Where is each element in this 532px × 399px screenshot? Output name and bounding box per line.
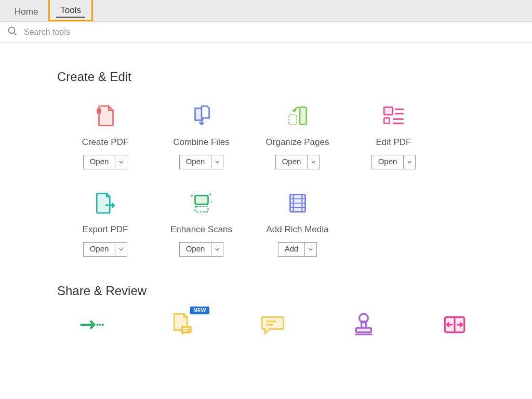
svg-point-20 (99, 324, 101, 326)
tool-add-rich-media[interactable]: Add Rich Media Add (249, 185, 345, 257)
section-create-edit: Create & Edit (57, 70, 511, 84)
svg-rect-29 (356, 328, 371, 332)
search-bar (0, 22, 532, 43)
tool-label: Organize Pages (249, 137, 345, 148)
svg-rect-4 (289, 115, 297, 125)
chevron-down-icon[interactable] (211, 243, 223, 256)
chevron-down-icon[interactable] (115, 243, 127, 256)
search-icon (7, 26, 18, 38)
tab-home[interactable]: Home (4, 2, 48, 21)
open-button[interactable]: Open (179, 242, 224, 257)
tab-bar: Home Tools (0, 0, 532, 22)
open-button[interactable]: Open (179, 155, 224, 169)
tab-tools[interactable]: Tools (48, 0, 93, 21)
section-share-review: Share & Review (57, 284, 511, 298)
add-button[interactable]: Add (278, 242, 317, 257)
open-button[interactable]: Open (371, 155, 416, 169)
create-pdf-icon (57, 98, 153, 134)
tool-label: Enhance Scans (153, 224, 249, 235)
tool-export-pdf[interactable]: Export PDF Open (57, 185, 153, 257)
svg-rect-22 (181, 326, 192, 334)
svg-point-0 (9, 27, 15, 33)
chevron-down-icon[interactable] (308, 155, 319, 169)
tool-create-pdf[interactable]: Create PDF Open (57, 98, 153, 169)
edit-pdf-icon (345, 98, 442, 134)
export-pdf-icon (57, 185, 153, 221)
review-icon[interactable]: NEW (169, 312, 210, 340)
enhance-scans-icon (153, 185, 249, 221)
tool-label: Create PDF (57, 137, 153, 148)
search-input[interactable] (24, 28, 532, 37)
compare-icon[interactable] (442, 312, 483, 340)
chevron-down-icon[interactable] (211, 155, 223, 169)
combine-files-icon (153, 98, 249, 134)
svg-rect-5 (384, 107, 393, 115)
svg-rect-11 (195, 195, 208, 204)
tool-enhance-scans[interactable]: Enhance Scans Open (153, 185, 249, 257)
open-button[interactable]: Open (83, 155, 128, 169)
chevron-down-icon[interactable] (404, 155, 415, 169)
tool-label: Edit PDF (345, 137, 442, 148)
svg-rect-12 (195, 206, 208, 211)
open-button[interactable]: Open (83, 242, 128, 257)
organize-pages-icon (249, 98, 345, 134)
tool-label: Combine Files (153, 137, 249, 148)
svg-point-21 (102, 324, 104, 326)
tool-label: Add Rich Media (249, 224, 345, 235)
rich-media-icon (249, 185, 345, 221)
svg-rect-3 (300, 107, 307, 124)
send-icon[interactable] (78, 312, 119, 340)
tool-organize-pages[interactable]: Organize Pages Open (249, 98, 345, 169)
tool-combine-files[interactable]: Combine Files Open (153, 98, 249, 169)
svg-point-19 (96, 324, 98, 326)
svg-rect-2 (97, 108, 101, 113)
stamp-icon[interactable] (351, 312, 392, 340)
svg-line-1 (14, 32, 17, 35)
open-button[interactable]: Open (275, 155, 320, 169)
chevron-down-icon[interactable] (115, 155, 127, 169)
new-badge: NEW (190, 307, 209, 314)
svg-rect-6 (384, 118, 389, 123)
tool-label: Export PDF (57, 224, 153, 235)
tool-edit-pdf[interactable]: Edit PDF Open (345, 98, 442, 169)
comment-icon[interactable] (260, 312, 301, 340)
chevron-down-icon[interactable] (305, 243, 316, 256)
